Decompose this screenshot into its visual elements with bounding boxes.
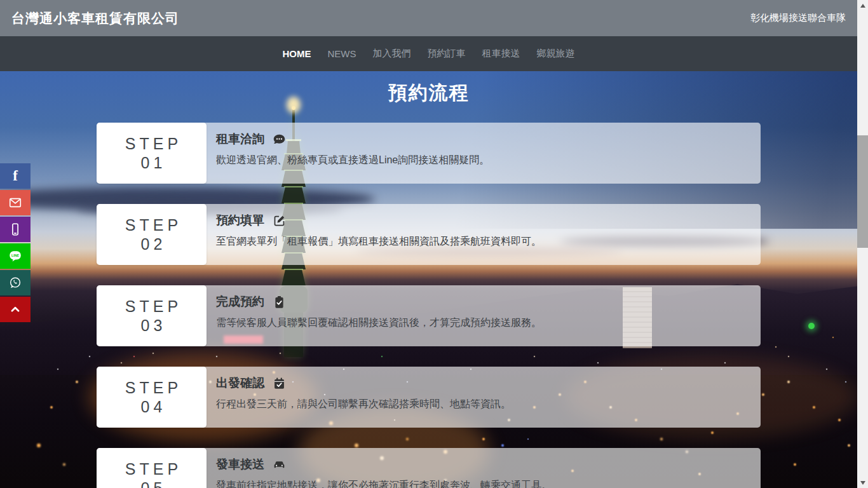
step-number: 02 [137,234,166,254]
booking-steps-list: STEP 01 租車洽詢 歡迎透過官網、粉絲專頁或直接透過Line詢問接送相關疑… [97,123,761,488]
chat-dots-icon [273,133,286,146]
share-sidebar: f LINE [0,163,31,323]
facebook-icon: f [13,168,18,184]
step-card-5: STEP 05 發車接送 發車前往指定地點接送，讓你不必拖著沉重行李到處奔波、轉… [97,448,761,488]
step-number: 03 [137,316,166,335]
back-to-top-button[interactable] [0,297,31,322]
clipboard-check-icon [273,295,286,309]
fleet-name-label: 彰化機場接送聯合車隊 [750,12,846,24]
step-title-row: 發車接送 [216,456,750,473]
step-description: 發車前往指定地點接送，讓你不必拖著沉重行李到處奔波、轉乘交通工具。 [216,479,750,488]
step-label: STEP [121,297,182,316]
step-title-text: 租車洽詢 [216,131,264,147]
step-body: 完成預約 需等候客服人員聯繫回覆確認相關接送資訊後，才算完成預約接送服務。 [216,294,750,330]
step-body: 租車洽詢 歡迎透過官網、粉絲專頁或直接透過Line詢問接送相關疑問。 [216,131,750,167]
mobile-share-button[interactable] [0,217,31,242]
step-number-box: STEP 02 [97,204,207,265]
whatsapp-share-button[interactable] [0,270,31,295]
step-number-box: STEP 03 [97,285,207,346]
nav-item-home[interactable]: HOME [283,48,311,59]
step-description: 行程出發三天前，請與公司聯繫再次確認搭乘時間、地點等資訊。 [216,398,750,411]
triangle-up-icon [860,4,865,8]
email-share-button[interactable] [0,190,31,215]
car-icon [273,458,286,471]
step-number-box: STEP 04 [97,367,207,428]
edit-pen-square-icon [273,214,286,227]
main-navigation: HOME NEWS 加入我們 預約訂車 租車接送 鄉親旅遊 [0,36,857,71]
step-label: STEP [121,459,182,478]
step-description: 至官網表單列「租車報價」填寫租車接送相關資訊及搭乘航班資料即可。 [216,235,750,248]
triangle-down-icon [860,481,865,485]
step-card-3: STEP 03 完成預約 需等候客服人員聯繫回覆確認相關接送資訊後，才算完成預約… [97,285,761,346]
nav-item-join-us[interactable]: 加入我們 [373,48,411,60]
step-number-box: STEP 01 [97,123,207,184]
step-body: 發車接送 發車前往指定地點接送，讓你不必拖著沉重行李到處奔波、轉乘交通工具。 [216,456,750,488]
step-number-box: STEP 05 [97,448,207,488]
scrollbar-down-arrow[interactable] [857,477,868,488]
whatsapp-icon [8,276,22,290]
scrollbar-up-arrow[interactable] [857,0,868,11]
nav-item-booking[interactable]: 預約訂車 [428,48,466,60]
scrollbar-thumb[interactable] [857,135,868,248]
step-number: 05 [137,478,166,488]
step-title-row: 完成預約 [216,294,750,310]
line-icon: LINE [8,249,22,263]
nav-item-car-transfer[interactable]: 租車接送 [482,48,520,60]
step-title-text: 預約填單 [216,212,264,229]
line-share-button[interactable]: LINE [0,243,31,269]
step-description: 歡迎透過官網、粉絲專頁或直接透過Line詢問接送相關疑問。 [216,154,750,167]
envelope-icon [8,196,22,210]
step-title-text: 發車接送 [216,456,264,473]
step-number: 01 [137,153,166,172]
step-card-2: STEP 02 預約填單 至官網表單列「租車報價」填寫租車接送相關資訊及搭乘航班… [97,204,761,265]
facebook-share-button[interactable]: f [0,163,31,189]
step-body: 出發確認 行程出發三天前，請與公司聯繫再次確認搭乘時間、地點等資訊。 [216,375,750,411]
step-body: 預約填單 至官網表單列「租車報價」填寫租車接送相關資訊及搭乘航班資料即可。 [216,212,750,248]
svg-text:LINE: LINE [11,254,20,257]
nav-item-news[interactable]: NEWS [328,48,356,59]
mobile-phone-icon [8,222,22,236]
chevron-up-icon [8,302,22,316]
step-card-4: STEP 04 出發確認 行程出發三天前，請與公司聯繫再次確認搭乘時間、地點等資… [97,367,761,428]
page-title: 預約流程 [0,80,857,106]
step-title-text: 出發確認 [216,375,264,391]
step-label: STEP [121,134,182,153]
step-title-row: 預約填單 [216,212,750,229]
nav-item-local-travel[interactable]: 鄉親旅遊 [537,48,575,60]
ferris-wheel-light [808,323,815,329]
step-title-row: 出發確認 [216,375,750,391]
step-label: STEP [121,378,182,397]
company-name-logo[interactable]: 台灣通小客車租賃有限公司 [11,10,179,27]
step-title-text: 完成預約 [216,294,264,310]
vertical-scrollbar[interactable] [857,0,868,488]
step-card-1: STEP 01 租車洽詢 歡迎透過官網、粉絲專頁或直接透過Line詢問接送相關疑… [97,123,761,184]
top-header-bar: 台灣通小客車租賃有限公司 彰化機場接送聯合車隊 [0,0,857,36]
calendar-check-icon [273,377,286,390]
step-description: 需等候客服人員聯繫回覆確認相關接送資訊後，才算完成預約接送服務。 [216,316,750,330]
step-title-row: 租車洽詢 [216,131,750,147]
step-number: 04 [137,397,166,416]
step-label: STEP [121,215,182,234]
